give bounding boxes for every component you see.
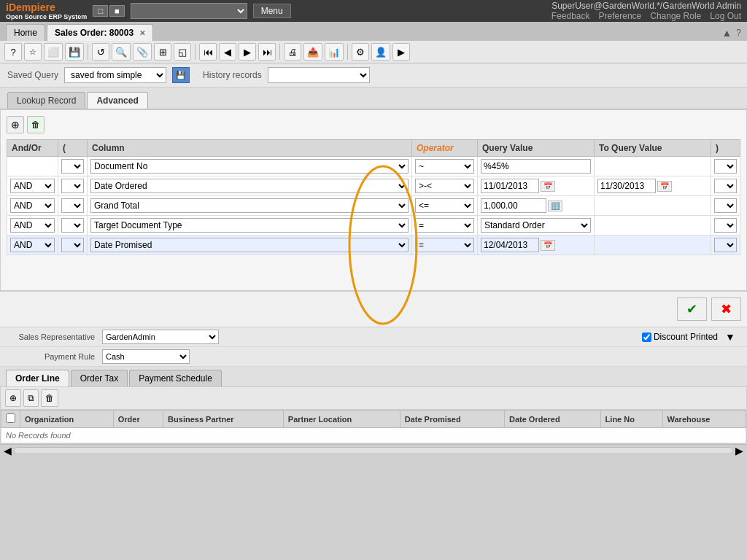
no-records-text: No Records found — [1, 428, 746, 443]
row2-open-paren-select[interactable] — [61, 179, 84, 193]
refresh-button[interactable]: ↺ — [92, 43, 109, 61]
row1-query-input[interactable] — [481, 159, 591, 174]
grid-button[interactable]: ⊞ — [154, 43, 171, 61]
row4-query-select[interactable]: Standard Order — [481, 218, 591, 233]
row3-cal-button[interactable]: 🔢 — [548, 201, 562, 211]
row4-open-paren-select[interactable] — [61, 218, 84, 233]
row4-column-select[interactable]: Target Document Type — [90, 218, 409, 233]
row1-close-paren — [711, 157, 740, 176]
row3-andor-select[interactable]: AND — [10, 198, 55, 213]
workflow-button[interactable]: ▶ — [392, 43, 410, 61]
row4-operator-select[interactable]: = — [415, 218, 474, 233]
app-logo: iDempiereOpen Source ERP System — [6, 1, 87, 20]
row2-to-query-input[interactable] — [597, 179, 656, 193]
new-row-button[interactable]: ⊕ — [7, 116, 24, 133]
scroll-track[interactable] — [14, 447, 733, 454]
export-button[interactable]: 📤 — [303, 43, 322, 61]
grid-copy-button[interactable]: ⧉ — [23, 389, 39, 407]
order-tax-tab[interactable]: Order Tax — [71, 370, 128, 386]
delete-row-button[interactable]: 🗑 — [27, 116, 44, 133]
row5-andor: AND — [7, 236, 58, 255]
discount-printed-checkbox[interactable] — [642, 332, 651, 342]
row5-open-paren-select[interactable] — [61, 238, 84, 252]
row2-column-select[interactable]: Date Ordered — [90, 179, 409, 193]
row1-close-paren-select[interactable] — [714, 159, 737, 174]
user-button[interactable]: 👤 — [371, 43, 390, 61]
preference-link[interactable]: Preference — [599, 11, 642, 21]
report-button[interactable]: 📊 — [325, 43, 344, 61]
row2-to-cal-button[interactable]: 📅 — [657, 181, 672, 192]
row2-query-input[interactable] — [481, 179, 539, 193]
row2-close-paren-select[interactable] — [714, 179, 737, 193]
saved-query-select[interactable]: saved from simple — [64, 67, 166, 83]
row3-close-paren-select[interactable] — [714, 198, 737, 213]
lookup-record-tab[interactable]: Lookup Record — [7, 92, 85, 109]
grid-select-all[interactable] — [6, 413, 15, 423]
row5-operator-select[interactable]: = — [415, 238, 474, 252]
change-role-link[interactable]: Change Role — [650, 11, 701, 21]
order-line-tab[interactable]: Order Line — [6, 370, 69, 386]
row3-query-input[interactable] — [481, 198, 546, 213]
row5-to-query-value — [595, 236, 711, 255]
row4-andor-select[interactable]: AND — [10, 218, 55, 233]
log-out-link[interactable]: Log Out — [710, 11, 741, 21]
row3-close-paren — [711, 196, 740, 216]
row5-column-select[interactable]: Date Promised — [90, 238, 409, 252]
row1-query-value — [478, 157, 595, 176]
find-button[interactable]: 🔍 — [112, 43, 131, 61]
home-tab[interactable]: Home — [6, 24, 45, 41]
row3-column-select[interactable]: Grand Total — [90, 198, 409, 213]
collapse-icon[interactable]: ▲ — [721, 27, 732, 39]
row2-operator-select[interactable]: >-< — [415, 179, 474, 193]
payment-rule-select[interactable]: Cash — [102, 349, 190, 364]
sales-rep-select[interactable]: GardenAdmin — [102, 330, 219, 344]
copy-button[interactable]: ⬜ — [44, 43, 63, 61]
row5-andor-select[interactable]: AND — [10, 238, 55, 252]
confirm-button[interactable]: ✔ — [677, 298, 707, 321]
advanced-tab[interactable]: Advanced — [87, 92, 147, 109]
grid-new-button[interactable]: ⊕ — [5, 389, 21, 407]
row3-andor: AND — [7, 196, 58, 216]
row5-cal-button[interactable]: 📅 — [541, 240, 555, 251]
new-button[interactable]: ☆ — [24, 43, 42, 61]
help-icon[interactable]: ? — [736, 28, 741, 38]
scroll-right-icon[interactable]: ▼ — [725, 331, 740, 343]
chart-button[interactable]: ◱ — [174, 43, 191, 61]
row1-column-select[interactable]: Document No — [90, 159, 409, 174]
scroll-right-button[interactable]: ▶ — [733, 445, 746, 456]
save-query-button[interactable]: 💾 — [172, 67, 190, 83]
attach-button[interactable]: 📎 — [133, 43, 152, 61]
scroll-left-button[interactable]: ◀ — [1, 445, 14, 456]
window-select[interactable] — [131, 3, 247, 19]
tab-close-icon[interactable]: ✕ — [139, 29, 145, 37]
sub-tabs: Lookup Record Advanced — [0, 88, 747, 109]
print-button[interactable]: 🖨 — [284, 43, 301, 61]
prev-button[interactable]: ◀ — [219, 43, 236, 61]
menu-button[interactable]: Menu — [253, 4, 291, 18]
restore-button[interactable]: □ — [93, 5, 108, 17]
row1-operator-select[interactable]: ~ — [415, 159, 474, 174]
row2-andor-select[interactable]: AND — [10, 179, 55, 193]
grid-col-business-partner: Business Partner — [163, 411, 284, 428]
row2-cal-button[interactable]: 📅 — [541, 181, 555, 192]
row1-to-query-value — [595, 157, 711, 176]
cancel-button[interactable]: ✖ — [711, 298, 741, 321]
history-select[interactable] — [268, 67, 370, 83]
feedback-link[interactable]: Feedback — [551, 11, 590, 21]
first-button[interactable]: ⏮ — [199, 43, 217, 61]
next-button[interactable]: ▶ — [239, 43, 256, 61]
row5-close-paren-select[interactable] — [714, 238, 737, 252]
sales-order-tab[interactable]: Sales Order: 80003 ✕ — [47, 24, 153, 41]
row1-open-paren-select[interactable] — [61, 159, 84, 174]
row3-operator-select[interactable]: <= — [415, 198, 474, 213]
maximize-button[interactable]: ■ — [109, 5, 125, 17]
row4-close-paren-select[interactable] — [714, 218, 737, 233]
payment-schedule-tab[interactable]: Payment Schedule — [129, 370, 222, 386]
row5-query-input[interactable] — [481, 238, 539, 252]
grid-delete-button[interactable]: 🗑 — [41, 389, 58, 407]
row3-open-paren-select[interactable] — [61, 198, 84, 213]
save-button[interactable]: 💾 — [65, 43, 84, 61]
help-button[interactable]: ? — [4, 43, 22, 61]
last-button[interactable]: ⏭ — [258, 43, 276, 61]
settings-button[interactable]: ⚙ — [352, 43, 369, 61]
